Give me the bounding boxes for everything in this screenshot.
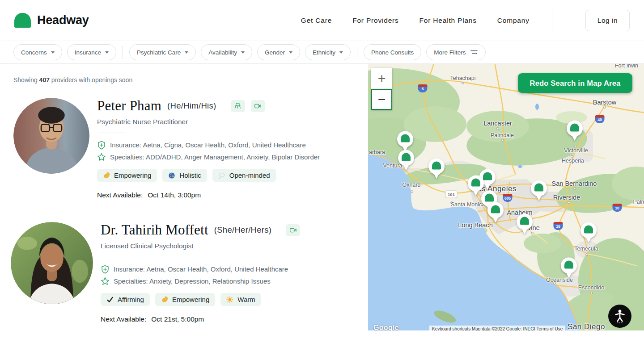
provider-name[interactable]: Peter Pham [97, 98, 161, 114]
provider-card[interactable]: Peter Pham (He/Him/His) Psychiatric Nurs… [13, 98, 359, 199]
nav-for-providers[interactable]: For Providers [352, 17, 398, 25]
specialties-text: Specialties: Anxiety, Depression, Relati… [114, 275, 271, 287]
filter-divider [357, 46, 357, 59]
headway-pin-icon [401, 134, 410, 142]
trait-badge: Empowering [155, 293, 215, 306]
map-city-label: Palmdale [491, 132, 514, 138]
redo-search-button[interactable]: Redo Search in Map Area [518, 73, 632, 93]
trait-badge: Affirming [101, 293, 150, 306]
headway-search-page: Headway Get Care For Providers For Healt… [0, 0, 644, 347]
top-header: Headway Get Care For Providers For Healt… [0, 0, 644, 41]
filter-concerns[interactable]: Concerns [13, 44, 62, 60]
provider-results-list: Showing 407 providers with openings soon [0, 64, 368, 347]
divider [98, 133, 126, 133]
map-pin[interactable] [580, 222, 597, 243]
brand-name: Headway [37, 13, 89, 27]
map-city-label: San Bernardino [552, 180, 597, 187]
headway-pin-icon [485, 194, 494, 202]
filter-more-filters[interactable]: More Filters [426, 44, 485, 60]
main-nav: Get Care For Providers For Health Plans … [301, 10, 630, 31]
map-city-label: Oxnard [402, 182, 421, 188]
zoom-in-button[interactable]: + [371, 68, 392, 89]
map-city-label: Tehachapi [450, 75, 476, 81]
accessibility-person-icon [613, 309, 627, 324]
insurance-text: Insurance: Aetna, Oscar Health, Oxford, … [114, 263, 288, 275]
headway-pin-icon [520, 217, 529, 225]
filter-availability[interactable]: Availability [201, 44, 252, 60]
insurance-row: Insurance: Aetna, Oscar Health, Oxford, … [101, 263, 300, 275]
card-divider [13, 211, 359, 211]
filter-phone-consults[interactable]: Phone Consults [364, 44, 421, 60]
provider-photo[interactable] [11, 222, 93, 304]
map-city-label: Lancaster [483, 120, 512, 127]
headway-pin-icon [471, 179, 480, 187]
provider-card[interactable]: Dr. Tahirih Moffett (She/Her/Hers) Licen… [11, 222, 359, 323]
headway-logo[interactable]: Headway [14, 13, 89, 28]
login-button[interactable]: Log in [585, 10, 630, 31]
highway-shield-icon: 10 [613, 204, 622, 212]
highway-shield-icon: 101 [446, 191, 457, 198]
filter-label: Ethnicity [313, 49, 335, 56]
headway-pin-icon [491, 205, 500, 213]
map-pin[interactable] [517, 214, 533, 235]
headway-pin-icon [570, 124, 579, 132]
globe-emoji [168, 172, 175, 179]
specialties-text: Specialties: ADD/ADHD, Anger Management,… [110, 151, 320, 163]
results-summary: Showing 407 providers with openings soon [13, 76, 359, 84]
provider-title: Licensed Clinical Psychologist [101, 242, 300, 250]
map-city-label: Fort Irwin [615, 64, 638, 69]
video-session-chip [251, 100, 265, 112]
headway-pin-icon [432, 162, 441, 170]
chevron-down-icon [105, 51, 109, 54]
chevron-down-icon [339, 51, 343, 54]
filter-label: Concerns [21, 49, 47, 56]
map-city-label: Palm Sp [633, 199, 644, 205]
filter-label: Insurance [75, 49, 101, 56]
video-session-chip [286, 224, 300, 236]
map-city-label: Hesperia [562, 158, 584, 164]
filter-label: Availability [208, 49, 237, 56]
provider-name[interactable]: Dr. Tahirih Moffett [101, 222, 208, 238]
chevron-down-icon [289, 51, 292, 54]
map-city-label: Santa Monica [451, 201, 485, 208]
map-pin[interactable] [397, 131, 413, 152]
star-icon [97, 153, 106, 162]
video-camera-icon [254, 102, 262, 110]
divider [102, 257, 129, 257]
star-icon [101, 277, 110, 286]
thought-bubble-emoji [218, 172, 225, 179]
map-pin[interactable] [398, 150, 414, 171]
headway-pin-icon [534, 184, 543, 192]
filter-gender[interactable]: Gender [257, 44, 300, 60]
map-pin[interactable] [428, 159, 445, 180]
nav-for-health-plans[interactable]: For Health Plans [419, 17, 477, 25]
nav-get-care[interactable]: Get Care [301, 17, 332, 25]
accessibility-widget-button[interactable] [608, 305, 631, 328]
video-camera-icon [289, 226, 297, 234]
headway-pin-icon [564, 261, 573, 269]
map-city-label: Victorville [564, 147, 588, 154]
google-map[interactable]: Fort IrwinTehachapiBarstowLancasterPalmd… [368, 64, 644, 330]
zoom-out-button[interactable]: − [371, 89, 392, 110]
next-available-value: Oct 14th, 3:00pm [148, 191, 201, 199]
shield-plus-icon [101, 265, 110, 274]
insurance-row: Insurance: Aetna, Cigna, Oscar Health, O… [97, 139, 320, 151]
map-pin[interactable] [487, 202, 504, 223]
filter-label: Gender [265, 49, 285, 56]
filter-insurance[interactable]: Insurance [67, 44, 116, 60]
trait-badge: Warm [220, 293, 261, 306]
map-attribution[interactable]: Keyboard shortcuts Map data ©2022 Google… [429, 326, 565, 330]
filter-ethnicity[interactable]: Ethnicity [305, 44, 351, 60]
google-logo[interactable]: Google [373, 324, 399, 330]
provider-photo[interactable] [13, 98, 89, 174]
map-city-label: Riverside [553, 194, 580, 201]
filter-psychiatric-care[interactable]: Psychiatric Care [129, 44, 196, 60]
highway-shield-icon: 15 [554, 222, 563, 230]
map-pin[interactable] [561, 258, 577, 279]
map-pin[interactable] [567, 121, 583, 142]
muscle-emoji [161, 296, 168, 303]
headway-dome-icon [14, 13, 31, 28]
nav-company[interactable]: Company [497, 17, 530, 25]
filter-lines-icon [470, 49, 478, 55]
map-pin[interactable] [531, 180, 547, 201]
